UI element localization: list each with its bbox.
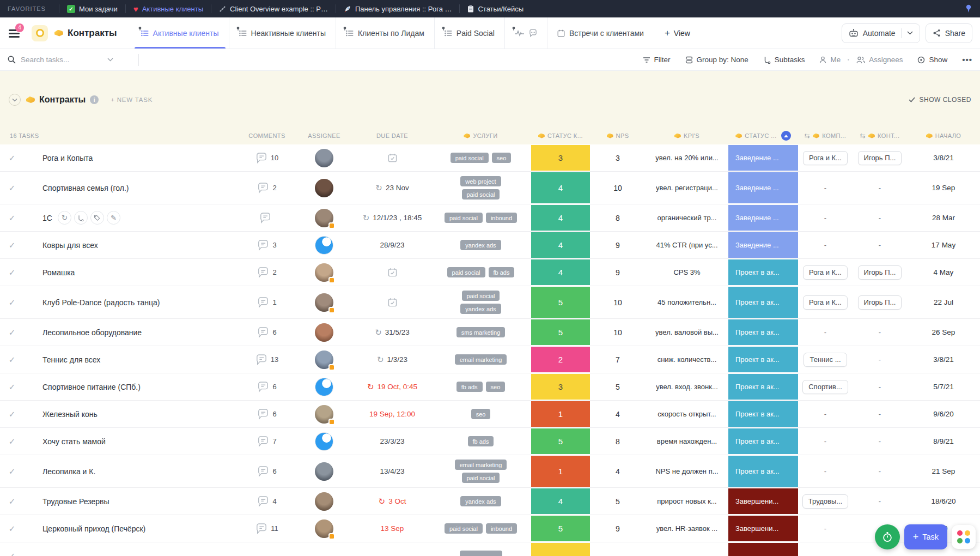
assignee-avatar[interactable] xyxy=(315,462,333,481)
status-cell[interactable]: Заведение ... xyxy=(728,172,798,203)
favorite-item[interactable]: Панель управления :: Рога … xyxy=(344,5,452,13)
column-due-date[interactable]: DUE DATE xyxy=(354,132,430,139)
service-tag[interactable]: paid social xyxy=(451,153,489,163)
task-status-check[interactable]: ✓ xyxy=(0,542,24,556)
service-tag[interactable]: paid social xyxy=(447,267,485,277)
service-tag[interactable]: seo xyxy=(492,153,512,163)
status-k-cell[interactable]: 5 xyxy=(531,319,590,345)
service-tag[interactable]: paid social xyxy=(462,291,500,301)
show-closed-toggle[interactable]: SHOW CLOSED xyxy=(909,96,971,104)
show-button[interactable]: Show xyxy=(917,56,947,64)
assignee-avatar-logo[interactable] xyxy=(315,432,333,451)
tab-view[interactable]: Неактивные клиенты xyxy=(229,17,336,49)
contact-chip[interactable]: Игорь П... xyxy=(858,295,902,310)
start-date[interactable]: 8/9/21 xyxy=(933,437,954,445)
status-k-cell[interactable]: 5 xyxy=(531,287,590,318)
task-row[interactable]: ✓1С↻✎↻12/1/23 , 18:45paid socialinbound4… xyxy=(0,204,980,232)
service-tag[interactable]: fb ads xyxy=(489,267,515,277)
tab-view[interactable]: Встречи с клиентами xyxy=(547,17,654,49)
kpi-value[interactable]: прирост новых к... xyxy=(657,497,716,505)
task-name[interactable]: Церковный приход (Печёрск) xyxy=(42,524,145,533)
task-status-check[interactable]: ✓ xyxy=(0,259,24,286)
comments-count[interactable]: 6 xyxy=(257,466,276,477)
due-date-set-icon[interactable] xyxy=(388,268,397,277)
start-date[interactable]: 4 May xyxy=(934,268,954,276)
status-cell[interactable]: Заведение ... xyxy=(728,232,798,258)
task-name[interactable]: Клуб Pole-Dance (радость танца) xyxy=(42,298,160,307)
task-status-check[interactable]: ✓ xyxy=(0,144,24,171)
status-k-cell[interactable]: 1 xyxy=(531,456,590,487)
sort-ascending-indicator[interactable] xyxy=(781,131,791,141)
due-date[interactable]: 28/9/23 xyxy=(380,241,404,249)
service-tag[interactable]: inbound xyxy=(486,523,517,534)
due-date[interactable]: ↻31/5/23 xyxy=(375,328,410,336)
service-tag[interactable]: web project xyxy=(460,176,501,186)
share-button[interactable]: Share xyxy=(926,23,972,43)
column-nps[interactable]: NPS xyxy=(590,132,646,139)
nps-value[interactable]: 10 xyxy=(613,328,622,337)
status-cell[interactable] xyxy=(728,543,798,556)
favorite-item[interactable]: ♥Активные клиенты xyxy=(133,5,203,13)
status-k-cell[interactable]: 3 xyxy=(531,145,590,171)
company-chip[interactable]: Теннис ... xyxy=(804,353,847,367)
task-row[interactable]: ✓Лесопильное оборудование6↻31/5/23sms ma… xyxy=(0,319,980,346)
subtasks-button[interactable]: Subtasks xyxy=(763,56,805,64)
nps-value[interactable]: 3 xyxy=(616,154,620,162)
filter-button[interactable]: Filter xyxy=(643,56,671,64)
kpi-value[interactable]: органический тр... xyxy=(658,214,717,222)
task-row[interactable]: ✓Спортивная семья (гол.)2↻23 Novweb proj… xyxy=(0,172,980,204)
comments-count[interactable]: 11 xyxy=(255,523,278,534)
start-date[interactable]: 28 Mar xyxy=(932,214,955,222)
tab-view[interactable]: Клиенты по Лидам xyxy=(336,17,434,49)
company-chip[interactable]: Трудовы... xyxy=(802,494,848,509)
task-status-check[interactable]: ✓ xyxy=(0,515,24,542)
contact-chip[interactable]: Игорь П... xyxy=(858,265,902,280)
due-date[interactable]: ↻23 Nov xyxy=(375,184,409,192)
column-start[interactable]: НАЧАЛО xyxy=(907,132,980,139)
task-name[interactable]: Теннис для всех xyxy=(42,355,100,364)
kpi-value[interactable]: NPS не должен п... xyxy=(655,467,718,475)
nps-value[interactable]: 10 xyxy=(613,184,622,192)
task-status-check[interactable]: ✓ xyxy=(0,172,24,204)
task-row[interactable]: ✓Трудовые Резервы4↻3 Octyandex ads45прир… xyxy=(0,488,980,515)
info-icon[interactable]: i xyxy=(90,95,99,104)
nps-value[interactable]: 9 xyxy=(616,524,620,533)
task-row[interactable]: ✓Теннис для всех13↻1/3/23email marketing… xyxy=(0,346,980,373)
assignee-avatar[interactable] xyxy=(315,492,333,511)
kpi-value[interactable]: увел. регистраци... xyxy=(656,184,718,192)
status-cell[interactable]: Завершени... xyxy=(728,488,798,514)
task-row[interactable]: ✓Железный конь619 Sep, 12:00seo14скорост… xyxy=(0,401,980,428)
nps-value[interactable]: 4 xyxy=(616,467,620,476)
service-tag[interactable]: sms marketing xyxy=(456,327,506,337)
kpi-value[interactable]: скорость открыт... xyxy=(658,410,716,418)
service-tag[interactable]: paid social xyxy=(462,189,500,200)
task-row[interactable]: ✓Рога и Копыта10paid socialseo33увел. на… xyxy=(0,144,980,172)
start-date[interactable]: 26 Sep xyxy=(932,328,955,336)
start-date[interactable]: 19 Sep xyxy=(932,184,955,192)
nps-value[interactable]: 5 xyxy=(616,383,620,391)
task-name[interactable]: Лесопильное оборудование xyxy=(42,328,142,337)
task-row[interactable]: ✓Ковры для всех328/9/23yandex ads4941% C… xyxy=(0,232,980,259)
column-services[interactable]: УСЛУГИ xyxy=(430,132,531,139)
nps-value[interactable]: 8 xyxy=(616,437,620,446)
service-tag[interactable]: fb ads xyxy=(456,382,483,392)
menu-button[interactable]: 4 xyxy=(9,28,23,39)
due-date[interactable]: 13 Sep xyxy=(381,524,404,533)
column-cont[interactable]: ⇆КОНТ... xyxy=(853,132,907,140)
service-tag[interactable]: email marketing xyxy=(455,354,507,365)
status-cell[interactable]: Проект в ак... xyxy=(728,319,798,345)
column-status-k[interactable]: СТАТУС К... xyxy=(531,132,590,139)
due-date[interactable]: ↻19 Oct, 0:45 xyxy=(367,383,417,391)
start-date[interactable]: 3/8/21 xyxy=(933,355,954,364)
assignee-avatar-logo[interactable] xyxy=(315,236,333,255)
status-cell[interactable]: Завершени... xyxy=(728,516,798,541)
comments-count[interactable] xyxy=(259,213,275,223)
task-status-check[interactable]: ✓ xyxy=(0,319,24,346)
status-k-cell[interactable]: 5 xyxy=(531,428,590,454)
due-date[interactable]: ↻12/1/23 , 18:45 xyxy=(363,214,422,222)
status-k-cell[interactable]: 3 xyxy=(531,374,590,400)
task-status-check[interactable]: ✓ xyxy=(0,373,24,400)
tab-view[interactable]: Paid Social xyxy=(434,17,504,49)
due-date[interactable]: 13/4/23 xyxy=(380,467,404,475)
start-date[interactable]: 9/6/20 xyxy=(933,410,954,418)
